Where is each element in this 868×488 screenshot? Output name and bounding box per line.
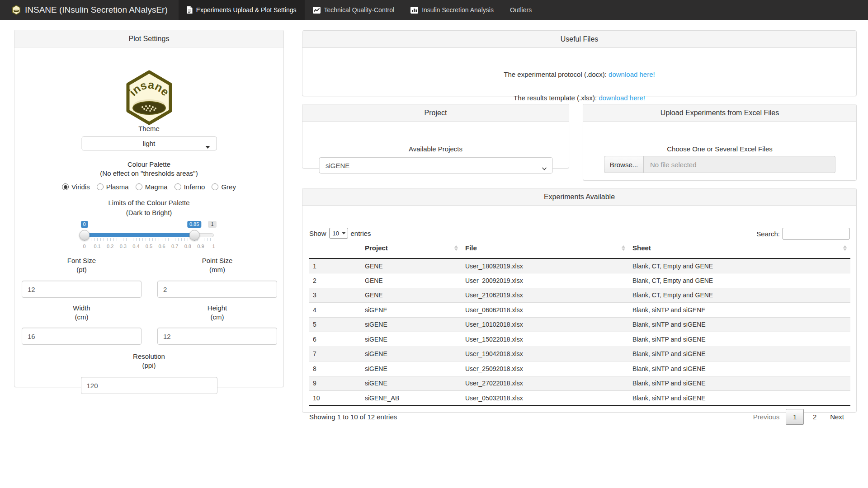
radio-inferno[interactable]: Inferno [175,183,205,191]
slider-tick [104,238,104,241]
column-header-label: Project [365,244,388,252]
point-size-label: Point Size [157,257,277,265]
slider-tick-label: 0.6 [158,244,165,249]
useful-files-panel: Useful Files The experimental protocol (… [302,30,857,96]
width-input[interactable] [22,328,142,345]
radio-grey[interactable]: Grey [212,183,236,191]
point-size-input[interactable] [157,281,277,298]
slider-tick-label: 0.7 [171,244,178,249]
slider-tick [120,238,120,241]
table-row[interactable]: 6siGENEUser_15022018.xlsxBlank, siNTP an… [309,332,850,347]
pagination-next[interactable]: Next [825,409,849,424]
table-row[interactable]: 5siGENEUser_10102018.xlsxBlank, siNTP an… [309,317,850,332]
table-header-row: ProjectFileSheet [309,238,850,258]
navbar-tabs: Experiments Upload & Plot SettingsTechni… [179,0,540,20]
table-cell: GENE [361,258,462,273]
limits-note: (Dark to Bright) [14,209,283,217]
slider-tick [184,238,185,241]
radio-unchecked-icon [212,183,218,190]
slider-tick [172,238,172,241]
pagination-page-1[interactable]: 1 [786,409,804,425]
sort-icon [843,245,847,251]
protocol-text: The experimental protocol (.docx): [504,70,607,78]
table-row[interactable]: 8siGENEUser_25092018.xlsxBlank, siNTP an… [309,361,850,376]
tab-insulin-secretion-analysis[interactable]: Insulin Secretion Analysis [402,0,502,20]
pagination-page-2[interactable]: 2 [806,409,824,425]
row-index-cell: 6 [309,332,361,347]
table-cell: User_18092019.xlsx [462,258,629,273]
limits-label: Limits of the Colour Palette [14,199,283,207]
slider-tick [100,238,101,241]
radio-label: Viridis [71,183,90,191]
width-label: Width [22,304,142,312]
resolution-label: Resolution [14,352,283,361]
tab-technical-quality-control[interactable]: Technical Quality-Control [305,0,403,20]
table-row[interactable]: 10siGENE_ABUser_05032018.xlsxBlank, siNT… [309,391,850,406]
upload-panel: Upload Experiments from Excel Files Choo… [583,104,857,181]
slider-tick [117,238,117,241]
table-footer: Showing 1 to 10 of 12 entries Previous12… [309,409,849,426]
resolution-input[interactable] [81,377,217,394]
table-cell: User_27022018.xlsx [462,376,629,391]
tab-outliers[interactable]: Outliers [502,0,540,20]
table-row[interactable]: 2GENEUser_20092019.xlsxBlank, CT, Empty … [309,273,850,288]
tab-label: Insulin Secretion Analysis [422,6,494,14]
tab-experiments-upload-plot-settings[interactable]: Experiments Upload & Plot Settings [179,0,305,20]
table-cell: Blank, siNTP and siGENE [629,347,850,361]
slider-handle-to[interactable] [189,230,199,240]
column-header-file[interactable]: File [462,238,629,258]
template-download-link[interactable]: download here! [599,94,645,102]
table-row[interactable]: 4siGENEUser_06062018.xlsxBlank, siNTP an… [309,303,850,318]
table-cell: Blank, siNTP and siGENE [629,303,850,318]
slider-tick [214,238,214,241]
table-cell: Blank, siNTP and siGENE [629,376,850,391]
table-info: Showing 1 to 10 of 12 entries [309,413,397,421]
tab-label: Outliers [510,6,532,14]
table-row[interactable]: 3GENEUser_21062019.xlsxBlank, CT, Empty … [309,288,850,303]
app-brand[interactable]: INSANE (INsulin Secretion ANalysEr) [0,0,179,20]
table-cell: Blank, siNTP and siGENE [629,391,850,406]
table-row[interactable]: 7siGENEUser_19042018.xlsxBlank, siNTP an… [309,347,850,361]
font-size-label: Font Size [22,257,142,265]
pagination-previous[interactable]: Previous [748,409,785,424]
radio-magma[interactable]: Magma [136,183,168,191]
experiments-table: ProjectFileSheet 1GENEUser_18092019.xlsx… [309,238,850,406]
page-length-select[interactable]: 10 [329,228,348,239]
slider-tick [97,238,98,241]
height-input[interactable] [157,328,277,345]
limits-slider: 0 0.85 1 00.10.20.30.40.50.60.70.80.91 [85,221,214,253]
height-unit: (cm) [157,313,277,321]
slider-tick [152,238,153,241]
template-text: The results template (.xlsx): [514,94,597,102]
file-icon [187,6,193,14]
slider-handle-from[interactable] [79,230,90,240]
table-row[interactable]: 9siGENEUser_27022018.xlsxBlank, siNTP an… [309,376,850,391]
radio-viridis[interactable]: Viridis [62,183,90,191]
upload-label: Choose One or Several Excel Files [583,145,856,153]
table-cell: User_25092018.xlsx [462,361,629,376]
radio-label: Plasma [106,183,129,191]
theme-select[interactable]: light [81,136,217,150]
column-header-project[interactable]: Project [361,238,462,258]
point-size-unit: (mm) [157,266,277,274]
row-index-cell: 1 [309,258,361,273]
slider-tick-label: 0.2 [107,244,113,249]
project-select[interactable]: siGENE [319,157,552,174]
theme-label: Theme [14,125,283,133]
slider-tick [136,238,137,241]
width-unit: (cm) [22,313,142,321]
radio-plasma[interactable]: Plasma [97,183,129,191]
column-header-sheet[interactable]: Sheet [629,238,850,258]
protocol-download-link[interactable]: download here! [609,70,655,78]
font-size-input[interactable] [22,281,142,298]
slider-tick [165,238,165,241]
table-cell: User_06062018.xlsx [462,303,629,318]
table-row[interactable]: 1GENEUser_18092019.xlsxBlank, CT, Empty … [309,258,850,273]
palette-label: Colour Palette [14,160,283,169]
theme-selected-value: light [143,140,156,147]
table-cell: siGENE_AB [361,391,462,406]
page-length-control: Show 10 entries [309,228,371,239]
browse-button[interactable]: Browse... [604,156,644,173]
available-projects-label: Available Projects [302,145,569,153]
slider-tick [123,238,123,241]
